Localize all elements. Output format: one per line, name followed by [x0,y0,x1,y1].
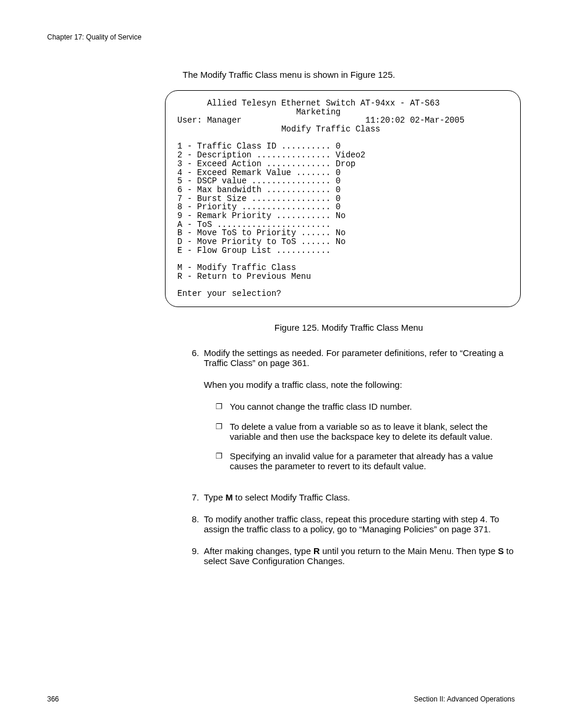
terminal-option: D - Move Priority to ToS ...... No [177,237,346,246]
step-8: 8. To modify another traffic class, repe… [183,514,515,534]
terminal-menu-title: Modify Traffic Class [281,124,380,134]
section-label: Section II: Advanced Operations [414,695,515,703]
bullet-item: ❐ Specifying an invalid value for a para… [216,451,515,471]
terminal-user: User: Manager [177,116,242,125]
step-6: 6. Modify the settings as needed. For pa… [183,348,515,480]
terminal-action: M - Modify Traffic Class [177,263,296,272]
bullet-text: You cannot change the traffic class ID n… [230,401,515,412]
terminal-option: 8 - Priority .................. 0 [177,202,340,212]
terminal-option: 5 - DSCP value ................ 0 [177,176,340,186]
key-m: M [226,492,233,502]
step-text: Modify the settings as needed. For param… [204,348,515,368]
terminal-option: A - ToS ....................... [177,220,330,229]
terminal-option: 4 - Exceed Remark Value ....... 0 [177,168,340,177]
text-fragment: After making changes, type [204,546,313,556]
bullet-icon: ❐ [216,451,230,471]
step-number: 6. [183,348,204,480]
terminal-option: 3 - Exceed Action ............. Drop [177,159,355,169]
step-text: When you modify a traffic class, note th… [204,380,515,390]
text-fragment: Type [204,492,226,502]
terminal-prompt: Enter your selection? [177,289,281,298]
intro-text: The Modify Traffic Class menu is shown i… [183,70,515,80]
terminal-option: 2 - Description ............... Video2 [177,150,365,160]
text-fragment: until you return to the Main Menu. Then … [320,546,498,556]
terminal-title-1: Allied Telesyn Ethernet Switch AT-94xx -… [207,98,439,108]
page-number: 366 [47,695,59,703]
terminal-timestamp: 11:20:02 02-Mar-2005 [365,116,464,125]
step-number: 8. [183,514,204,534]
bullet-icon: ❐ [216,401,230,412]
terminal-option: 9 - Remark Priority ........... No [177,211,346,220]
bullet-icon: ❐ [216,421,230,442]
chapter-header: Chapter 17: Quality of Service [47,33,515,41]
terminal-option: B - Move ToS to Priority ...... No [177,228,346,238]
terminal-action: R - Return to Previous Menu [177,272,311,281]
page-footer: 366 Section II: Advanced Operations [47,695,515,703]
key-s: S [498,546,504,556]
figure-caption: Figure 125. Modify Traffic Class Menu [183,322,515,332]
bullet-item: ❐ To delete a value from a variable so a… [216,421,515,442]
step-number: 9. [183,546,204,566]
bullet-text: To delete a value from a variable so as … [230,421,515,442]
step-text: Type M to select Modify Traffic Class. [204,492,515,502]
bullet-text: Specifying an invalid value for a parame… [230,451,515,471]
text-fragment: to select Modify Traffic Class. [233,492,350,502]
step-text: To modify another traffic class, repeat … [204,514,515,534]
step-7: 7. Type M to select Modify Traffic Class… [183,492,515,502]
terminal-option: 1 - Traffic Class ID .......... 0 [177,141,340,151]
terminal-option: E - Flow Group List ........... [177,246,330,255]
terminal-title-2: Marketing [296,107,341,117]
terminal-option: 6 - Max bandwidth ............. 0 [177,185,340,195]
key-r: R [313,546,320,556]
terminal-screen: Allied Telesyn Ethernet Switch AT-94xx -… [165,90,521,307]
step-text: After making changes, type R until you r… [204,546,515,566]
bullet-item: ❐ You cannot change the traffic class ID… [216,401,515,412]
terminal-option: 7 - Burst Size ................ 0 [177,194,340,203]
step-number: 7. [183,492,204,502]
step-9: 9. After making changes, type R until yo… [183,546,515,566]
